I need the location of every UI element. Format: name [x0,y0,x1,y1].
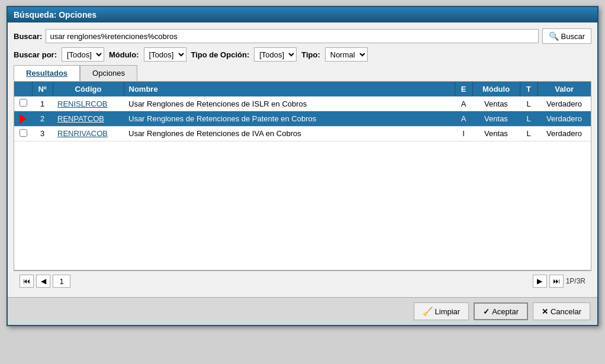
tab-opciones[interactable]: Opciones [80,65,137,81]
col-header-code: Código [53,82,124,96]
col-header-e: E [455,82,472,96]
search-icon [549,31,559,41]
row-1-value: Verdadero [538,96,591,111]
col-header-num: Nº [32,82,53,96]
type-select[interactable]: Normal [325,47,368,62]
first-page-button[interactable] [20,275,34,288]
search-row: Buscar: Buscar [14,28,591,44]
row-2-name: Usar Renglones de Retenciones de Patente… [124,111,455,127]
selection-arrow-icon [20,114,27,124]
last-page-button[interactable] [549,275,564,288]
filter-by-select[interactable]: [Todos] [62,47,104,62]
row-1-code-link[interactable]: RENISLRCOB [57,99,108,108]
filter-row: Buscar por: [Todos] Módulo: [Todos] Tipo… [14,47,591,62]
tab-opciones-label: Opciones [92,69,125,78]
buscar-label: Buscar: [14,32,42,41]
last-page-icon [553,277,560,285]
col-header-name: Nombre [124,82,455,96]
search-dialog: Búsqueda: Opciones Buscar: Buscar Buscar… [7,6,598,326]
row-checkbox[interactable] [14,96,32,111]
tab-resultados-label: Resultados [26,69,67,78]
row-2-arrow-cell [14,111,32,127]
pagination-right: 1P/3R [533,275,585,288]
module-label: Módulo: [109,50,139,59]
pagination: 1 1P/3R [14,270,591,291]
row-3-t: L [520,126,538,141]
col-header-cb [14,82,32,96]
dialog-footer: Limpiar Aceptar Cancelar [8,297,597,325]
prev-page-button[interactable] [36,275,50,288]
type-label: Tipo: [301,50,320,59]
dialog-content: Buscar: Buscar Buscar por: [Todos] Módul… [8,22,597,297]
table-row[interactable]: 1 RENISLRCOB Usar Renglones de Retencion… [14,96,591,111]
row-1-name: Usar Renglones de Retenciones de ISLR en… [124,96,455,111]
limpiar-label: Limpiar [435,307,461,316]
buscar-label-text: Buscar [561,32,585,41]
check-icon [483,307,490,316]
current-page: 1 [53,275,70,288]
aceptar-label: Aceptar [492,307,519,316]
title-bar: Búsqueda: Opciones [8,7,597,22]
row-1-checkbox[interactable] [20,99,27,107]
row-2-code[interactable]: RENPATCOB [53,111,124,127]
broom-icon [423,307,433,316]
page-info: 1P/3R [566,277,585,285]
first-page-icon [23,277,30,285]
filter-by-label: Buscar por: [14,50,57,59]
tabs: Resultados Opciones [14,65,591,81]
pagination-left: 1 [20,275,70,288]
cancelar-button[interactable]: Cancelar [533,302,590,320]
option-type-label: Tipo de Opción: [191,50,250,59]
col-header-module: Módulo [472,82,520,96]
row-2-value: Verdadero [538,111,591,127]
row-1-t: L [520,96,538,111]
row-2-e: A [455,111,472,127]
results-table-container: Nº Código Nombre E Módulo T Valor [14,81,591,270]
limpiar-button[interactable]: Limpiar [414,302,469,320]
row-3-e: I [455,126,472,141]
search-input[interactable] [46,29,538,43]
row-3-checkbox-cell[interactable] [14,126,32,141]
row-3-code-link[interactable]: RENRIVACOB [57,129,108,138]
row-2-t: L [520,111,538,127]
table-header-row: Nº Código Nombre E Módulo T Valor [14,82,591,96]
row-2-code-link[interactable]: RENPATCOB [57,114,104,123]
row-1-module: Ventas [472,96,520,111]
cancelar-label: Cancelar [551,307,581,316]
col-header-value: Valor [538,82,591,96]
results-table: Nº Código Nombre E Módulo T Valor [14,82,591,141]
tab-resultados[interactable]: Resultados [14,65,80,81]
dialog-title: Búsqueda: Opciones [14,10,96,20]
col-header-t: T [520,82,538,96]
row-3-checkbox[interactable] [20,129,27,137]
table-row[interactable]: 2 RENPATCOB Usar Renglones de Retencione… [14,111,591,127]
row-1-code[interactable]: RENISLRCOB [53,96,124,111]
row-3-module: Ventas [472,126,520,141]
row-3-code[interactable]: RENRIVACOB [53,126,124,141]
option-type-select[interactable]: [Todos] [254,47,297,62]
aceptar-button[interactable]: Aceptar [474,302,528,320]
x-icon [542,307,548,316]
row-2-num: 2 [32,111,53,127]
row-2-module: Ventas [472,111,520,127]
row-1-e: A [455,96,472,111]
buscar-button[interactable]: Buscar [542,28,591,44]
table-row[interactable]: 3 RENRIVACOB Usar Renglones de Retencion… [14,126,591,141]
row-3-num: 3 [32,126,53,141]
row-1-num: 1 [32,96,53,111]
row-3-name: Usar Renglones de Retenciones de IVA en … [124,126,455,141]
row-3-value: Verdadero [538,126,591,141]
next-page-icon [537,277,542,285]
module-select[interactable]: [Todos] [144,47,186,62]
next-page-button[interactable] [533,275,547,288]
prev-page-icon [41,277,46,285]
